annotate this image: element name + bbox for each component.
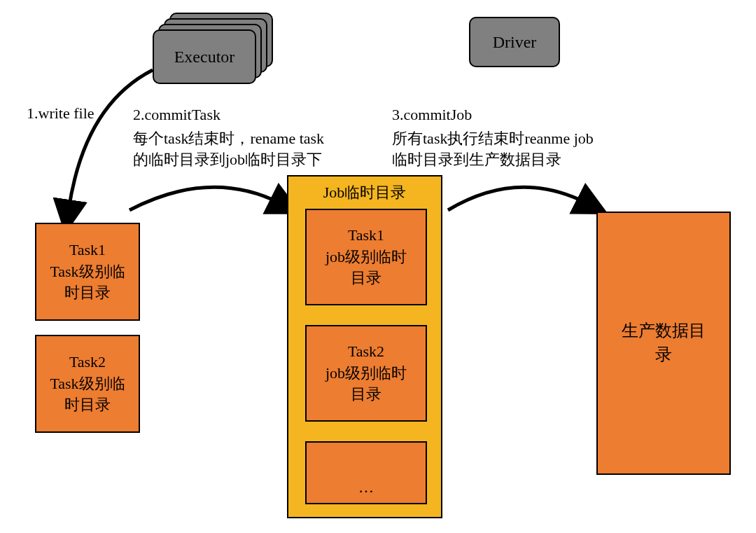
ellipsis-label: … [358,477,374,503]
prod-data-dir: 生产数据目 录 [596,212,731,475]
step3-title: 3.commitJob [392,105,472,125]
step3-desc1: 所有task执行结束时reanme job [392,129,594,149]
executor-label: Executor [174,48,235,67]
step3-desc2: 临时目录到生产数据目录 [392,150,561,170]
step2-desc2: 的临时目录到job临时目录下 [133,150,322,170]
job-task1-dir: Task1 job级别临时 目录 [305,209,427,305]
executor-stack: Executor [153,13,273,84]
step2-desc1: 每个task结束时，rename task [133,129,324,149]
driver-label: Driver [493,33,537,52]
job-temp-dir-container: Job临时目录 Task1 job级别临时 目录 Task2 job级别临时 目… [287,175,442,518]
task2-label: Task2 Task级别临 时目录 [50,352,125,416]
job-task1-label: Task1 job级别临时 目录 [326,225,407,289]
task1-temp-dir: Task1 Task级别临 时目录 [35,223,140,321]
job-task2-dir: Task2 job级别临时 目录 [305,325,427,422]
task2-temp-dir: Task2 Task级别临 时目录 [35,335,140,433]
prod-dir-label: 生产数据目 录 [622,319,706,366]
task1-label: Task1 Task级别临 时目录 [50,240,125,304]
executor-box: Executor [153,29,256,84]
driver-box: Driver [469,17,560,67]
job-ellipsis-box: … [305,441,427,504]
job-container-title: Job临时目录 [288,182,441,203]
step1-label: 1.write file [27,104,94,124]
step2-title: 2.commitTask [133,105,220,125]
job-task2-label: Task2 job级别临时 目录 [326,341,407,406]
